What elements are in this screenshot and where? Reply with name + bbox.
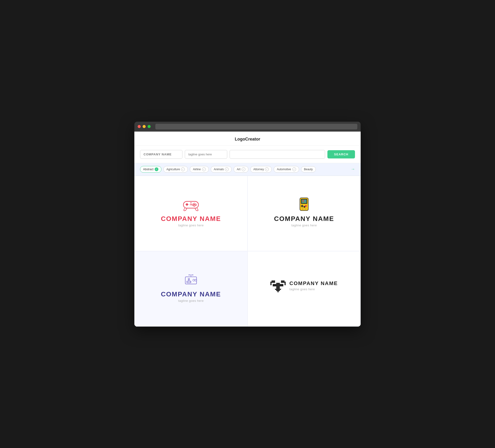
logo-icon-area-4: COMPANY NAME tagline goes here [270,279,338,293]
logo-card-2[interactable]: COMPANY NAME tagline goes here [248,176,361,251]
address-bar [155,124,357,129]
logo-company-1: COMPANY NAME [161,215,221,223]
logo-tagline-2: tagline goes here [291,224,317,227]
filter-next-arrow[interactable]: → [351,167,355,172]
svg-rect-20 [305,209,306,209]
close-button[interactable] [138,125,141,128]
svg-rect-14 [304,200,306,202]
logo-grid: COMPANY NAME tagline goes here [134,176,361,327]
filter-animals[interactable]: Animals ✓ [211,166,232,173]
browser-content: LogoCreator SEARCH Abstract ✓ Agricultur… [134,132,361,327]
svg-rect-49 [280,284,283,286]
filter-abstract-label: Abstract [143,168,153,171]
svg-point-26 [189,281,189,282]
app-title: LogoCreator [235,137,260,141]
svg-point-28 [193,279,195,281]
filter-airline-label: Airline [193,168,201,171]
logo-icon-area-2 [297,197,311,211]
svg-rect-7 [190,204,191,205]
pixel-heart-icon [270,279,286,293]
logo-company-3: COMPANY NAME [161,291,221,298]
logo-company-2: COMPANY NAME [274,215,334,223]
svg-point-3 [193,203,195,204]
filter-airline[interactable]: Airline ✓ [190,166,209,173]
filter-attorney-check: ✓ [265,168,269,171]
browser-titlebar [134,122,361,132]
logo-icon-area-1 [181,197,200,211]
logo-tagline-3: tagline goes here [178,299,204,303]
gamepad-icon [181,197,200,211]
filter-abstract-check: ✓ [155,168,158,171]
filter-animals-check: ✓ [225,168,229,171]
logo-card-1[interactable]: COMPANY NAME tagline goes here [134,176,248,251]
filter-beauty-label: Beauty [304,168,313,171]
svg-rect-37 [281,281,286,283]
color-input[interactable] [230,150,325,159]
svg-rect-13 [302,200,303,202]
filter-automotive-label: Automotive [277,168,291,171]
company-input[interactable] [140,150,182,159]
logo-icon-area-3 [181,273,200,287]
gameboy-icon [297,197,311,211]
svg-point-27 [190,281,191,282]
filter-art-label: Art [237,168,240,171]
svg-rect-36 [270,281,275,283]
svg-rect-8 [191,204,192,205]
tagline-input[interactable] [185,150,227,159]
maximize-button[interactable] [148,125,151,128]
filter-agriculture[interactable]: Agriculture ✓ [163,166,188,173]
svg-rect-12 [302,200,307,203]
svg-rect-35 [281,280,285,281]
filter-art-check: ✓ [242,168,245,171]
svg-point-32 [189,274,190,275]
filter-automotive[interactable]: Automotive ✓ [274,166,299,173]
svg-rect-34 [272,280,275,281]
svg-point-25 [187,281,188,282]
browser-window: LogoCreator SEARCH Abstract ✓ Agricultur… [134,122,361,327]
svg-point-9 [191,202,192,203]
search-bar: SEARCH [134,146,361,163]
filter-animals-label: Animals [214,168,224,171]
logo-company-4: COMPANY NAME [289,280,338,286]
filter-attorney-label: Attorney [253,168,264,171]
filter-automotive-check: ✓ [292,168,296,171]
search-button[interactable]: SEARCH [327,150,355,158]
svg-rect-48 [273,284,276,286]
filter-bar: Abstract ✓ Agriculture ✓ Airline ✓ Anima… [134,163,361,176]
filter-airline-check: ✓ [202,168,206,171]
filter-beauty[interactable]: Beauty [301,166,316,172]
filter-art[interactable]: Art ✓ [234,166,248,173]
app-header: LogoCreator [134,132,361,146]
svg-rect-44 [276,290,280,291]
svg-rect-45 [277,291,279,292]
logo-card-3[interactable]: COMPANY NAME tagline goes here [134,251,248,327]
arcade-icon [181,273,200,287]
logo-card-4[interactable]: COMPANY NAME tagline goes here [248,251,361,327]
filter-agriculture-label: Agriculture [166,168,180,171]
svg-rect-2 [186,203,187,206]
logo-tagline-4: tagline goes here [289,287,338,291]
logo-tagline-1: tagline goes here [178,224,204,227]
svg-point-33 [192,274,193,275]
svg-rect-16 [302,205,303,208]
svg-rect-43 [275,289,281,290]
svg-point-18 [303,206,305,208]
filter-agriculture-check: ✓ [181,168,185,171]
svg-rect-19 [302,209,303,209]
svg-point-5 [195,204,197,205]
svg-point-6 [193,205,195,206]
minimize-button[interactable] [143,125,146,128]
filter-abstract[interactable]: Abstract ✓ [140,166,162,173]
svg-point-4 [192,204,193,205]
filter-attorney[interactable]: Attorney ✓ [250,166,272,173]
